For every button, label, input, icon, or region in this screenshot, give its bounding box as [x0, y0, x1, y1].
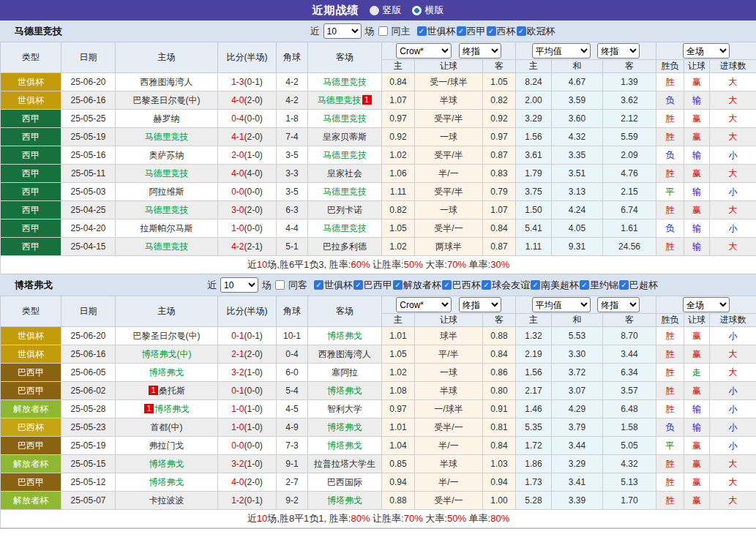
- league-filter[interactable]: ✓巴西杯: [442, 279, 481, 292]
- away-team-link[interactable]: 皇家社会: [327, 168, 362, 179]
- home-team-link[interactable]: 西雅图海湾人: [141, 77, 193, 87]
- away-team-link[interactable]: 博塔弗戈: [327, 386, 362, 396]
- home-team-link[interactable]: 首都(中): [151, 422, 183, 432]
- away-team-link[interactable]: 马德里竞技: [318, 95, 362, 105]
- away-team-link[interactable]: 皇家贝蒂斯: [323, 132, 367, 142]
- matches-body: 世俱杯25-06-20巴黎圣日尔曼(中)0-1(0-1)10-1博塔弗戈1.01…: [1, 327, 756, 510]
- league-filter[interactable]: ✓巴西甲: [353, 279, 392, 292]
- home-team-link[interactable]: 博塔弗戈: [154, 404, 190, 414]
- league-label: 里约锦: [590, 279, 618, 292]
- checkbox-checked-icon[interactable]: ✓: [442, 280, 452, 290]
- away-team-link[interactable]: 巴西国际: [327, 477, 362, 487]
- recent-count-select[interactable]: 10: [323, 23, 362, 39]
- away-team-link[interactable]: 马德里竞技: [323, 150, 367, 160]
- average-odds-select[interactable]: 平均值: [532, 297, 591, 312]
- away-team-link[interactable]: 马德里竞技: [323, 187, 367, 197]
- odds-company-select[interactable]: Crow*: [396, 43, 452, 59]
- home-team-link[interactable]: 赫罗纳: [154, 113, 180, 124]
- home-team-link[interactable]: 阿拉维斯: [149, 187, 184, 197]
- checkbox-checked-icon[interactable]: ✓: [517, 26, 526, 36]
- home-team-link[interactable]: 弗拉门戈: [149, 440, 184, 451]
- league-filter[interactable]: ✓解放者杯: [393, 279, 441, 292]
- home-team-link[interactable]: 博塔弗戈: [149, 367, 184, 378]
- home-team-link[interactable]: 桑托斯: [159, 386, 185, 396]
- home-team-link[interactable]: 巴黎圣日尔曼(中): [133, 95, 201, 105]
- avg-home-odds: 3.61: [516, 146, 552, 165]
- result-goals: 大: [710, 165, 756, 183]
- home-team-link[interactable]: 卡拉波波: [149, 495, 184, 506]
- league-filter[interactable]: ✓欧冠杯: [517, 25, 555, 38]
- radio-horizontal-layout[interactable]: 横版: [412, 4, 444, 17]
- checkbox-checked-icon[interactable]: ✓: [580, 280, 589, 290]
- home-team-link[interactable]: 博塔弗戈(中): [142, 349, 192, 359]
- average-odds-select[interactable]: 平均值: [532, 43, 591, 59]
- league-filter[interactable]: ✓巴超杯: [619, 279, 658, 292]
- summary-record: 场,胜8平1负1, 胜率:: [267, 513, 351, 524]
- radio-unselected-icon[interactable]: [370, 6, 379, 15]
- checkbox-checked-icon[interactable]: ✓: [457, 26, 466, 36]
- away-team-link[interactable]: 西雅图海湾人: [318, 349, 371, 359]
- league-filter[interactable]: ✓世俱杯: [314, 279, 353, 292]
- home-team-link[interactable]: 马德里竞技: [145, 205, 189, 215]
- avg-home-odds: 2.00: [516, 91, 552, 110]
- result-goals: 大: [710, 364, 756, 382]
- away-team-link[interactable]: 博塔弗戈: [327, 495, 362, 506]
- final-odds-select[interactable]: 终指: [459, 43, 501, 59]
- league-filter[interactable]: ✓南美超杯: [531, 279, 579, 292]
- checkbox-checked-icon[interactable]: ✓: [482, 280, 491, 290]
- same-venue-checkbox[interactable]: [275, 280, 285, 290]
- handicap-away-odds: 0.87: [483, 146, 516, 165]
- half-time-score: (0-1): [244, 495, 263, 506]
- away-team-link[interactable]: 马德里竞技: [323, 223, 367, 233]
- section-atletico-madrid: 马德里竞技 近 10 场 同主 ✓世俱杯✓西甲✓西杯✓欧冠杯: [0, 20, 756, 274]
- home-team-cell: 马德里竞技: [116, 165, 218, 183]
- checkbox-checked-icon[interactable]: ✓: [487, 26, 496, 36]
- home-team-link[interactable]: 马德里竞技: [145, 132, 189, 142]
- final-odds-select[interactable]: 终指: [459, 297, 501, 312]
- away-team-link[interactable]: 巴拉多利德: [323, 241, 367, 252]
- away-team-link[interactable]: 马德里竞技: [323, 77, 367, 87]
- avg-away-odds: 6.48: [603, 400, 656, 418]
- score-cell: 0-0(0-0): [218, 437, 277, 455]
- corner-score: 2-7: [277, 473, 308, 492]
- home-team-link[interactable]: 奥萨苏纳: [149, 150, 184, 160]
- home-team-link[interactable]: 马德里竞技: [145, 168, 189, 179]
- radio-selected-icon[interactable]: [412, 6, 422, 15]
- match-scope-select[interactable]: 全场: [683, 43, 730, 59]
- away-team-link[interactable]: 马德里竞技: [323, 113, 367, 124]
- league-filter[interactable]: ✓西甲: [457, 25, 486, 38]
- checkbox-checked-icon[interactable]: ✓: [314, 280, 323, 290]
- away-team-link[interactable]: 智利大学: [327, 404, 362, 414]
- final-odds-select-2[interactable]: 终指: [597, 297, 640, 312]
- odds-company-select[interactable]: Crow*: [396, 297, 452, 312]
- checkbox-checked-icon[interactable]: ✓: [531, 280, 540, 290]
- away-team-link[interactable]: 巴列卡诺: [327, 205, 362, 215]
- match-scope-select[interactable]: 全场: [683, 297, 730, 312]
- league-label: 世俱杯: [324, 279, 353, 292]
- away-team-cell: 巴拉多利德: [308, 238, 382, 256]
- home-team-link[interactable]: 博塔弗戈: [149, 459, 184, 469]
- radio-vertical-layout[interactable]: 竖版: [370, 4, 402, 17]
- corner-score: 5-1: [277, 238, 308, 256]
- checkbox-checked-icon[interactable]: ✓: [417, 26, 427, 36]
- away-team-link[interactable]: 塞阿拉: [332, 367, 358, 378]
- avg-draw-odds: 5.53: [552, 327, 603, 345]
- home-team-link[interactable]: 巴黎圣日尔曼(中): [133, 331, 201, 341]
- away-team-link[interactable]: 博塔弗戈: [327, 331, 362, 341]
- league-filter[interactable]: ✓球会友谊: [482, 279, 530, 292]
- final-odds-select-2[interactable]: 终指: [597, 43, 640, 59]
- league-filter[interactable]: ✓西杯: [487, 25, 516, 38]
- recent-count-select[interactable]: 10: [220, 277, 258, 293]
- same-venue-checkbox[interactable]: [378, 26, 388, 36]
- league-filter[interactable]: ✓里约锦: [580, 279, 618, 292]
- away-team-link[interactable]: 博塔弗戈: [327, 422, 362, 432]
- checkbox-checked-icon[interactable]: ✓: [619, 280, 629, 290]
- home-team-link[interactable]: 拉斯帕尔马斯: [141, 223, 193, 233]
- league-filter[interactable]: ✓世俱杯: [417, 25, 456, 38]
- checkbox-checked-icon[interactable]: ✓: [393, 280, 403, 290]
- away-team-link[interactable]: 博塔弗戈: [327, 440, 362, 451]
- home-team-link[interactable]: 博塔弗戈: [149, 477, 184, 487]
- away-team-link[interactable]: 拉普拉塔大学生: [314, 459, 375, 469]
- home-team-link[interactable]: 马德里竞技: [145, 241, 189, 252]
- checkbox-checked-icon[interactable]: ✓: [353, 280, 363, 290]
